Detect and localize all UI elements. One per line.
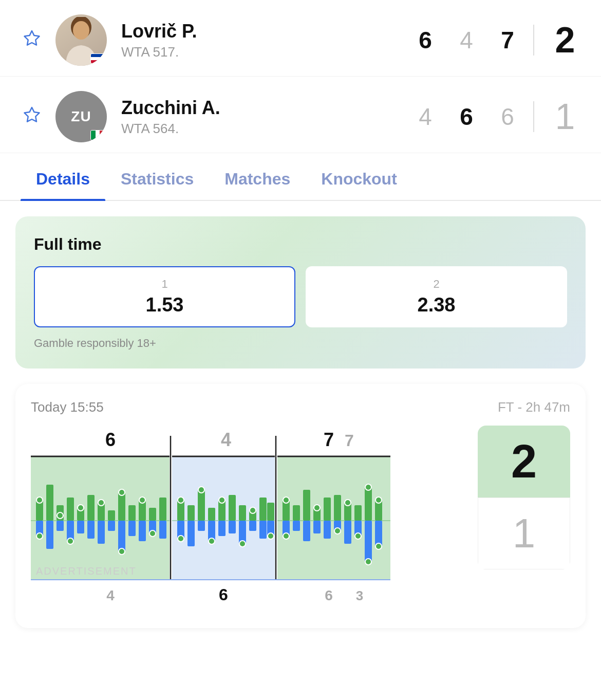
player2-scores: 4 6 6 1 [415, 96, 580, 137]
svg-point-106 [355, 533, 361, 539]
player2-set2: 6 [456, 103, 477, 131]
chart-area: 6 4 7 7 [31, 426, 570, 618]
svg-rect-49 [259, 498, 267, 521]
odd-value-2: 2.38 [319, 294, 554, 316]
tab-matches[interactable]: Matches [209, 158, 306, 200]
full-time-label: Full time [34, 235, 567, 254]
chart-header: Today 15:55 FT - 2h 47m [31, 399, 570, 415]
svg-text:ADVERTISEMENT: ADVERTISEMENT [36, 565, 137, 577]
chart-loser-score: 1 [478, 498, 570, 569]
player1-favorite-icon[interactable] [21, 29, 43, 51]
svg-rect-55 [218, 521, 226, 536]
svg-point-84 [98, 500, 104, 506]
svg-point-96 [209, 538, 215, 544]
svg-rect-77 [344, 521, 351, 544]
player2-avatar: ZU [55, 91, 107, 142]
player2-set-scores: 4 6 6 [415, 103, 518, 131]
svg-rect-47 [239, 505, 246, 521]
svg-rect-65 [324, 498, 331, 521]
svg-rect-69 [365, 487, 372, 521]
svg-point-89 [119, 548, 125, 555]
odd-label-1: 1 [47, 278, 282, 291]
svg-rect-30 [57, 521, 64, 531]
svg-point-91 [178, 497, 184, 503]
odd-box-1[interactable]: 1 1.53 [34, 266, 295, 327]
player1-scores: 6 4 7 2 [415, 20, 580, 61]
svg-rect-16 [46, 485, 53, 521]
svg-rect-59 [259, 521, 267, 539]
score-divider2 [533, 101, 534, 132]
tab-statistics[interactable]: Statistics [105, 158, 209, 200]
chart-section: Today 15:55 FT - 2h 47m 6 4 7 7 [15, 384, 586, 628]
svg-rect-18 [67, 498, 74, 521]
player1-set2: 4 [456, 26, 477, 54]
svg-rect-68 [354, 505, 362, 521]
svg-rect-24 [128, 505, 136, 521]
svg-rect-53 [198, 521, 205, 531]
player1-name: Lovrič P. [121, 20, 415, 42]
set3-top-score: 7 [324, 429, 334, 450]
svg-rect-75 [324, 521, 331, 539]
svg-point-101 [345, 500, 351, 506]
player2-name: Zucchini A. [121, 97, 415, 119]
svg-rect-34 [98, 521, 105, 544]
tab-knockout[interactable]: Knockout [306, 158, 412, 200]
svg-point-93 [219, 497, 225, 503]
svg-text:6: 6 [325, 587, 333, 603]
player1-set1: 6 [415, 26, 436, 54]
tab-details[interactable]: Details [21, 158, 105, 200]
set1-top-score: 6 [105, 429, 116, 450]
svg-point-102 [365, 484, 371, 490]
svg-point-108 [375, 543, 382, 549]
player1-ranking: WTA 517. [121, 44, 415, 60]
svg-point-3 [73, 21, 89, 40]
svg-rect-33 [87, 521, 95, 539]
svg-rect-38 [139, 521, 146, 541]
svg-point-90 [149, 530, 156, 537]
svg-point-97 [239, 541, 246, 547]
svg-rect-35 [108, 521, 115, 531]
set2-top-score: 4 [221, 429, 231, 450]
player2-set3: 6 [497, 103, 518, 131]
svg-rect-74 [313, 521, 321, 533]
player2-final-score: 1 [550, 96, 580, 137]
svg-point-103 [375, 497, 382, 503]
score-divider1 [533, 25, 534, 56]
svg-point-94 [250, 507, 256, 513]
svg-rect-73 [303, 521, 310, 541]
svg-rect-52 [187, 521, 195, 546]
svg-point-98 [268, 533, 274, 539]
svg-point-88 [67, 538, 73, 544]
svg-point-87 [36, 533, 43, 539]
tabs-nav: Details Statistics Matches Knockout [0, 158, 601, 201]
player2-info: Zucchini A. WTA 564. [121, 97, 415, 137]
svg-rect-62 [293, 505, 300, 521]
player1-final-score: 2 [550, 20, 580, 61]
player2-set1: 4 [415, 103, 436, 131]
player1-flag [90, 53, 105, 64]
player1-info: Lovrič P. WTA 517. [121, 20, 415, 60]
svg-rect-26 [149, 508, 156, 521]
svg-rect-29 [46, 521, 53, 549]
svg-rect-22 [108, 510, 115, 521]
gamble-note: Gamble responsibly 18+ [34, 337, 567, 350]
player1-avatar [55, 14, 107, 66]
svg-rect-44 [208, 508, 215, 521]
svg-point-85 [119, 489, 125, 495]
svg-point-86 [139, 497, 145, 503]
svg-rect-43 [198, 490, 205, 521]
svg-point-83 [78, 505, 84, 511]
svg-point-99 [283, 497, 289, 503]
svg-point-107 [365, 559, 371, 565]
svg-rect-20 [87, 495, 95, 521]
svg-rect-58 [249, 521, 256, 531]
svg-rect-32 [77, 521, 84, 533]
chart-winner-score: 2 [478, 426, 570, 498]
odd-box-2[interactable]: 2 2.38 [306, 266, 567, 327]
svg-rect-80 [375, 521, 382, 546]
svg-rect-66 [334, 495, 341, 521]
svg-point-81 [36, 497, 43, 503]
chart-duration: FT - 2h 47m [498, 399, 570, 415]
player2-favorite-icon[interactable] [21, 105, 43, 128]
svg-rect-79 [365, 521, 372, 562]
